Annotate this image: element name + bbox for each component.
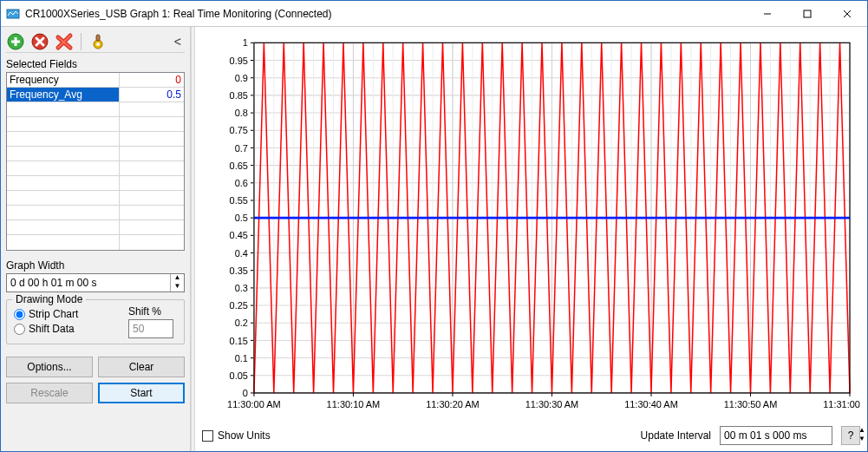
bottom-bar: Show Units Update Interval ▲▼ ? [202,420,860,446]
radio-label: Strip Chart [29,308,78,320]
svg-text:11:30:10 AM: 11:30:10 AM [327,398,381,409]
clear-button[interactable]: Clear [98,357,185,377]
svg-text:0.75: 0.75 [230,125,248,135]
table-row[interactable] [7,176,184,191]
window-controls [747,1,867,26]
svg-rect-11 [96,35,100,41]
svg-point-10 [96,43,100,46]
svg-text:0.8: 0.8 [235,108,248,118]
svg-text:0.1: 0.1 [235,353,248,364]
selected-fields-label: Selected Fields [6,58,185,70]
update-interval-label: Update Interval [641,429,711,442]
table-row[interactable] [7,117,184,132]
table-row[interactable] [7,235,184,250]
delete-icon[interactable] [55,32,74,51]
field-value-cell: 0.5 [120,88,184,102]
graph-width-input[interactable]: ▲▼ [6,273,185,292]
minimize-button[interactable] [747,1,787,26]
graph-width-label: Graph Width [6,259,185,272]
action-buttons: Options... Clear Rescale Start [6,357,185,403]
svg-text:1: 1 [243,37,248,48]
app-window: CR1000XSeries_USB Graph 1: Real Time Mon… [0,0,868,452]
svg-text:11:30:30 AM: 11:30:30 AM [525,398,579,409]
svg-text:0.3: 0.3 [235,283,248,293]
selected-fields-table[interactable]: Frequency0Frequency_Avg0.5 [6,72,185,251]
start-button[interactable]: Start [98,383,185,403]
field-name-cell[interactable]: Frequency [7,73,120,87]
field-name-cell[interactable]: Frequency_Avg [7,88,120,102]
drawing-mode-option[interactable]: Shift Data [14,323,128,335]
rescale-button: Rescale [6,383,93,403]
close-icon[interactable] [30,32,49,51]
svg-text:0.25: 0.25 [230,300,248,311]
chart: 00.050.10.150.20.250.30.350.40.450.50.55… [202,34,860,420]
svg-text:0.5: 0.5 [235,213,248,223]
table-row[interactable] [7,147,184,161]
table-row[interactable] [7,220,184,235]
show-units-label: Show Units [218,429,271,442]
graph-width-field[interactable] [7,275,170,291]
svg-rect-7 [15,37,17,46]
radio-label: Shift Data [29,323,75,335]
svg-text:0.95: 0.95 [230,55,248,65]
shift-percent-input[interactable]: ▲▼ [128,319,173,338]
update-interval-field[interactable] [721,428,858,443]
update-interval-input[interactable]: ▲▼ [720,426,832,445]
titlebar: CR1000XSeries_USB Graph 1: Real Time Mon… [1,1,867,27]
svg-text:11:30:40 AM: 11:30:40 AM [624,398,678,409]
svg-text:0: 0 [243,388,248,398]
table-row[interactable] [7,206,184,220]
table-row[interactable] [7,191,184,206]
toolbar-divider [81,33,82,50]
svg-text:11:30:50 AM: 11:30:50 AM [724,398,778,409]
svg-text:0.55: 0.55 [230,195,248,206]
table-row[interactable]: Frequency0 [7,73,184,88]
close-button[interactable] [827,1,867,26]
chart-area: 00.050.10.150.20.250.30.350.40.450.50.55… [202,34,860,420]
window-title: CR1000XSeries_USB Graph 1: Real Time Mon… [25,8,747,20]
options-button[interactable]: Options... [6,357,93,377]
shift-percent-label: Shift % [128,305,161,318]
svg-text:0.05: 0.05 [230,370,248,381]
help-button[interactable]: ? [841,426,860,445]
left-panel: < Selected Fields Frequency0Frequency_Av… [1,27,191,451]
radio-icon[interactable] [14,309,25,320]
table-row[interactable] [7,102,184,117]
show-units-checkbox[interactable]: Show Units [202,429,271,442]
svg-text:0.85: 0.85 [230,90,248,101]
table-row[interactable]: Frequency_Avg0.5 [7,88,184,102]
maximize-button[interactable] [787,1,827,26]
svg-text:0.7: 0.7 [235,142,248,153]
svg-text:11:31:00 AM: 11:31:00 AM [823,398,860,409]
svg-text:0.2: 0.2 [235,318,248,328]
svg-text:0.15: 0.15 [230,335,248,345]
svg-text:0.9: 0.9 [235,73,248,83]
svg-text:11:30:20 AM: 11:30:20 AM [426,398,480,409]
table-row[interactable] [7,132,184,147]
add-icon[interactable] [6,32,25,51]
graph-width-spinner[interactable]: ▲▼ [170,274,184,292]
app-icon [6,7,20,21]
right-panel: 00.050.10.150.20.250.30.350.40.450.50.55… [195,27,867,451]
radio-icon[interactable] [14,324,25,335]
svg-text:0.65: 0.65 [230,160,248,171]
svg-text:0.35: 0.35 [230,265,248,276]
collapse-panel-icon[interactable]: < [171,35,185,49]
svg-rect-2 [804,10,811,17]
svg-text:0.6: 0.6 [235,178,248,188]
svg-text:11:30:00 AM: 11:30:00 AM [227,398,281,409]
drawing-mode-label: Drawing Mode [12,293,86,305]
drawing-mode-group: Drawing Mode Strip ChartShift Data Shift… [6,299,185,344]
checkbox-icon[interactable] [202,430,213,442]
svg-text:0.45: 0.45 [230,230,248,240]
field-value-cell: 0 [120,73,184,87]
left-toolbar: < [6,30,185,53]
svg-text:0.4: 0.4 [235,247,248,258]
drawing-mode-option[interactable]: Strip Chart [14,308,128,320]
gear-icon[interactable] [88,32,108,51]
table-row[interactable] [7,161,184,176]
